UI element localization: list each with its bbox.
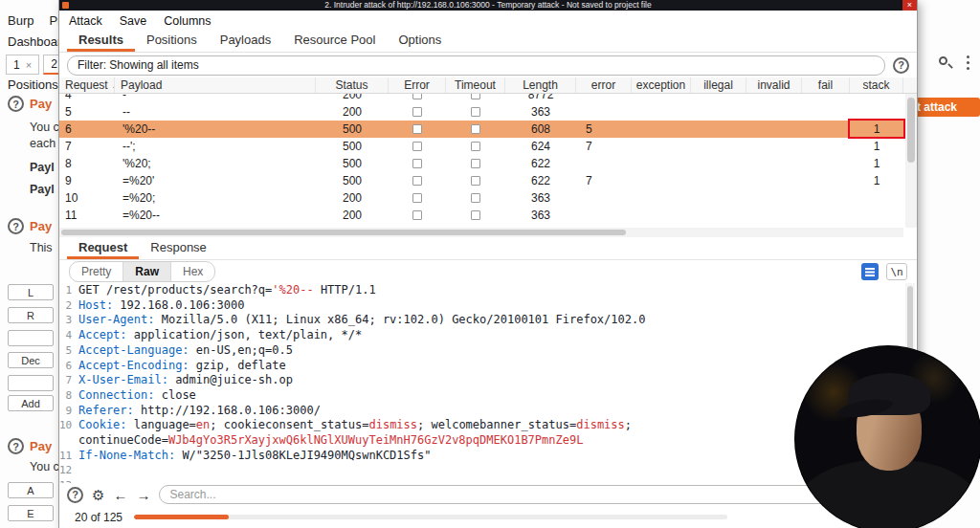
line-content[interactable]: Accept: application/json, text/plain, */… <box>78 328 905 343</box>
search-icon[interactable] <box>938 55 953 71</box>
tab-request[interactable]: Request <box>67 237 139 259</box>
error-checkbox[interactable] <box>412 142 422 151</box>
bg-button[interactable]: A <box>8 482 54 498</box>
timeout-checkbox[interactable] <box>471 176 480 186</box>
error-checkbox[interactable] <box>412 124 422 134</box>
cell-payload: -- <box>115 103 316 121</box>
close-icon[interactable]: × <box>26 59 32 71</box>
close-window-button[interactable]: × <box>902 0 917 11</box>
message-view-row: PrettyRawHex \n <box>59 260 917 283</box>
search-input[interactable] <box>159 485 909 504</box>
line-content[interactable]: Connection: close <box>78 388 905 404</box>
error-checkbox[interactable] <box>412 176 422 186</box>
line-content[interactable]: Referer: http://192.168.0.106:3000/ <box>78 404 905 419</box>
timeout-checkbox[interactable] <box>471 193 480 203</box>
line-content[interactable]: If-None-Match: W/"3250-1Jls08KLeJI9490MQ… <box>78 449 905 464</box>
column-header-request[interactable]: Request▲ <box>59 77 115 93</box>
table-row-request-8[interactable]: 8'%20;5006221 <box>59 155 917 172</box>
view-hex[interactable]: Hex <box>171 262 214 281</box>
timeout-checkbox[interactable] <box>471 107 480 117</box>
timeout-checkbox[interactable] <box>471 94 480 99</box>
gear-icon[interactable]: ⚙ <box>92 488 104 502</box>
table-horizontal-scrollbar[interactable] <box>59 228 903 237</box>
view-raw[interactable]: Raw <box>123 262 171 281</box>
tab-results[interactable]: Results <box>67 30 135 52</box>
column-header-timeout[interactable]: Timeout <box>446 77 505 93</box>
next-match-icon[interactable]: → <box>136 488 150 502</box>
line-content[interactable]: X-User-Email: admin@juice-sh.op <box>78 373 905 388</box>
scrollbar-thumb[interactable] <box>907 98 915 163</box>
menu-item-save[interactable]: Save <box>120 14 147 28</box>
scrollbar-thumb[interactable] <box>61 230 626 235</box>
bg-button[interactable]: R <box>8 307 54 323</box>
tab-options[interactable]: Options <box>387 30 453 52</box>
table-row-request-6[interactable]: 6'%20--50060851 <box>59 121 917 138</box>
tab-response[interactable]: Response <box>139 237 218 259</box>
column-header-exception[interactable]: exception <box>632 77 691 93</box>
newline-toggle-button[interactable]: \n <box>886 263 907 280</box>
line-content[interactable] <box>78 463 905 478</box>
bg-text-fragment: each <box>30 137 56 150</box>
table-row-request-4[interactable]: 4-2008772 <box>59 94 917 103</box>
table-row-request-11[interactable]: 11=%20--200363 <box>59 207 917 224</box>
menu-item-columns[interactable]: Columns <box>164 14 211 28</box>
timeout-checkbox[interactable] <box>471 124 480 134</box>
column-header-length[interactable]: Length <box>505 77 576 93</box>
column-header-error[interactable]: error <box>576 77 632 93</box>
render-toggle-icon[interactable] <box>861 263 879 280</box>
line-content[interactable]: User-Agent: Mozilla/5.0 (X11; Linux x86_… <box>78 313 905 328</box>
error-checkbox[interactable] <box>412 94 422 99</box>
column-header-invalid[interactable]: invalid <box>746 77 802 93</box>
table-row-request-10[interactable]: 10=%20;200363 <box>59 189 917 207</box>
table-row-request-7[interactable]: 7--';50062471 <box>59 138 917 155</box>
bg-menu-burp[interactable]: Burp <box>8 13 33 28</box>
line-content[interactable]: GET /rest/products/search?q='%20-- HTTP/… <box>78 283 905 298</box>
error-checkbox[interactable] <box>412 193 422 203</box>
timeout-checkbox[interactable] <box>471 142 480 151</box>
help-icon[interactable]: ? <box>8 218 24 234</box>
bg-button[interactable]: Add <box>8 395 54 411</box>
start-attack-button[interactable]: t attack <box>909 98 980 117</box>
line-content[interactable]: Accept-Language: en-US,en;q=0.5 <box>78 343 905 359</box>
bg-tab-positions[interactable]: Positions <box>8 77 58 92</box>
request-editor[interactable]: 1GET /rest/products/search?q='%20-- HTTP… <box>59 283 905 483</box>
table-row-request-9[interactable]: 9=%20'50062271 <box>59 172 917 189</box>
bg-button[interactable]: Dec <box>8 352 54 368</box>
help-icon[interactable]: ? <box>67 487 83 503</box>
menu-item-attack[interactable]: Attack <box>69 14 102 28</box>
line-content[interactable]: Cookie: language=en; cookieconsent_statu… <box>78 418 905 448</box>
timeout-checkbox[interactable] <box>471 210 480 220</box>
tab-payloads[interactable]: Payloads <box>209 30 282 52</box>
help-icon[interactable]: ? <box>893 57 909 74</box>
table-row-request-5[interactable]: 5--200363 <box>59 103 917 121</box>
prev-match-icon[interactable]: ← <box>113 488 127 502</box>
line-content[interactable]: Accept-Encoding: gzip, deflate <box>78 359 905 374</box>
column-header-illegal[interactable]: illegal <box>691 77 746 93</box>
filter-bar[interactable]: Filter: Showing all items <box>67 55 885 76</box>
line-number: 2 <box>59 298 78 314</box>
window-titlebar[interactable]: 2. Intruder attack of http://192.168.0.1… <box>59 0 917 11</box>
tab-resource-pool[interactable]: Resource Pool <box>282 30 387 52</box>
column-header-error[interactable]: Error <box>389 77 446 93</box>
timeout-checkbox[interactable] <box>471 159 480 168</box>
bg-button[interactable]: E <box>8 505 54 521</box>
bg-attack-tab-1[interactable]: 1 × <box>6 55 39 75</box>
bg-button[interactable] <box>8 375 54 391</box>
help-icon[interactable]: ? <box>8 438 24 454</box>
column-header-stack[interactable]: stack <box>850 77 903 93</box>
column-header-payload[interactable]: Payload <box>115 77 316 93</box>
bg-text-fragment: Payl <box>30 161 55 174</box>
tab-positions[interactable]: Positions <box>135 30 209 52</box>
column-header-status[interactable]: Status <box>316 77 389 93</box>
more-options-icon[interactable] <box>967 55 969 58</box>
help-icon[interactable]: ? <box>8 96 24 112</box>
line-content[interactable]: Host: 192.168.0.106:3000 <box>78 298 905 314</box>
bg-button[interactable] <box>8 330 54 346</box>
table-vertical-scrollbar[interactable] <box>905 94 917 228</box>
view-pretty[interactable]: Pretty <box>70 262 123 281</box>
bg-button[interactable]: L <box>8 284 54 300</box>
error-checkbox[interactable] <box>412 159 422 168</box>
error-checkbox[interactable] <box>412 107 422 117</box>
column-header-fail[interactable]: fail <box>802 77 850 93</box>
error-checkbox[interactable] <box>412 210 422 220</box>
